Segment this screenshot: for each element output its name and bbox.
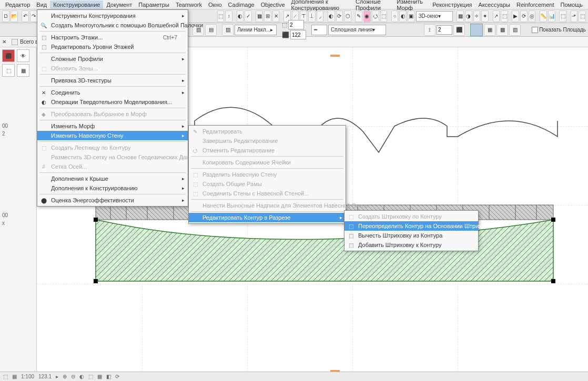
status-icon[interactable]: ⬚ <box>3 374 8 379</box>
nav-icon[interactable]: ⟳ <box>520 11 528 22</box>
tool-icon[interactable]: ⬡ <box>344 11 351 22</box>
nav-icon[interactable]: ✦ <box>481 11 489 22</box>
nav-icon[interactable]: ⬚ <box>559 11 566 22</box>
nav-icon[interactable]: ↗ <box>493 11 500 22</box>
linestyle-preview[interactable]: ━ <box>311 25 327 35</box>
tool-icon[interactable]: ▦ <box>256 11 263 22</box>
tool-icon[interactable]: ◞ <box>317 11 324 22</box>
status-icon[interactable]: ⊕ <box>63 374 67 379</box>
status-icon[interactable]: ◐ <box>79 374 84 379</box>
status-icon[interactable]: ▦ <box>97 374 102 379</box>
menu-item[interactable]: ⬚Добавить Штриховку к Контуру <box>344 240 478 250</box>
tool-icon[interactable]: ✓ <box>245 11 252 22</box>
menu-item[interactable]: Инструменты Конструирования▸ <box>37 11 188 20</box>
tool-icon[interactable]: ⭯ <box>372 11 379 22</box>
menu-item[interactable]: Изменить Морф▸ <box>37 121 188 131</box>
menu-item[interactable]: Objective <box>258 1 288 9</box>
nav-icon[interactable]: ⬚ <box>501 11 508 22</box>
menu-item[interactable]: Редактор <box>2 1 33 9</box>
menu-item[interactable]: Редактировать Контур в Разрезе▸ <box>189 213 346 222</box>
submenu-arrow-icon: ▸ <box>182 186 185 191</box>
measure-icon[interactable]: 📏 <box>540 11 547 22</box>
layer-color-icon[interactable]: ⬛ <box>2 49 15 62</box>
menu-item[interactable]: Reinforcement <box>513 1 557 9</box>
nav-icon[interactable]: ✧ <box>473 11 481 22</box>
tool-icon[interactable]: ⟳ <box>336 11 343 22</box>
tool-icon[interactable]: ◐ <box>328 11 335 22</box>
menu-item[interactable]: Окно <box>205 1 225 9</box>
mode-btn-1[interactable] <box>470 24 483 36</box>
nav-icon[interactable]: 📊 <box>548 11 555 22</box>
tool-icon[interactable]: ↕ <box>225 11 232 22</box>
pen-top-field[interactable] <box>288 20 304 29</box>
menu-item-active[interactable]: Конструирование <box>50 1 103 9</box>
menu-item[interactable]: Вид <box>33 1 50 9</box>
tool-icon[interactable]: ○ <box>391 11 399 22</box>
menu-item[interactable]: Помощь <box>557 1 586 9</box>
undo-icon[interactable]: ↶ <box>22 11 29 22</box>
linetype-dropdown[interactable]: Линии Накл... ▸ <box>235 25 277 35</box>
menu-item[interactable]: ⬚Вычесть Штриховку из Контура <box>344 231 478 240</box>
zoom-level[interactable]: 1:100 <box>21 374 34 379</box>
tool-icon[interactable]: ✕ <box>272 11 280 22</box>
tool-icon[interactable]: ◐ <box>399 11 407 22</box>
nav-icon[interactable]: ◎ <box>529 11 536 22</box>
menu-item[interactable]: Дополнения к Крыше▸ <box>37 174 188 183</box>
nav-icon[interactable]: ▦ <box>457 11 464 22</box>
tool-icon[interactable]: ⬚ <box>380 11 388 22</box>
color-tool-icon[interactable]: ◉ <box>363 11 371 22</box>
angle-field[interactable] <box>437 25 452 35</box>
tool-icon[interactable]: ⟘ <box>308 11 316 22</box>
close-tab-icon[interactable]: ✕ <box>2 39 6 45</box>
pattern-icon[interactable]: ▨ <box>222 24 234 36</box>
menu-item[interactable]: Сложные Профили▸ <box>37 54 188 64</box>
menu-item[interactable]: ⬚Редактировать Уровни Этажей <box>37 42 188 52</box>
angle-icon[interactable]: ⟟ <box>424 24 435 36</box>
nav-icon[interactable]: ⬚ <box>579 11 586 22</box>
status-icon[interactable]: ⬚ <box>88 374 93 379</box>
menu-item[interactable]: Привязка 3D-текстуры▸ <box>37 76 188 85</box>
new-icon[interactable]: 🗋 <box>2 11 9 22</box>
status-icon[interactable]: ◧ <box>106 374 111 379</box>
linestyle-dropdown[interactable]: Сплошная линия ▾ <box>328 25 386 35</box>
menu-item[interactable]: ✕Соединить▸ <box>37 88 188 97</box>
mode-btn-2[interactable]: ▦ <box>484 24 495 36</box>
menu-item[interactable]: Cadimage <box>225 1 258 9</box>
play-icon[interactable]: ▶ <box>512 11 519 22</box>
menu-item[interactable]: Аксессуары <box>475 1 513 9</box>
3d-tool-icon[interactable]: ▣ <box>408 11 415 22</box>
pen-bottom-field[interactable] <box>290 30 306 39</box>
angle-color-icon[interactable]: ⬛ <box>453 24 465 36</box>
tool-slot[interactable]: ▦ <box>17 64 29 77</box>
tool-icon[interactable]: ⊞ <box>264 11 271 22</box>
menu-item[interactable]: Документ <box>103 1 135 9</box>
mode-btn-4[interactable]: ▧ <box>509 24 521 36</box>
menu-item[interactable]: Параметры <box>135 1 173 9</box>
menu-item[interactable]: ⬤Оценка Энергоэффективности▸ <box>37 195 188 205</box>
show-area-checkbox[interactable]: Показать Площадь <box>532 27 586 33</box>
mode-btn-3[interactable]: ▩ <box>496 24 508 36</box>
menu-item[interactable]: ⬚Переопределить Контур на Основании Штри… <box>344 221 478 231</box>
menu-item[interactable]: Дополнения к Конструированию▸ <box>37 183 188 193</box>
menu-item[interactable]: 🔍Создать Многоугольник с помощью Волшебн… <box>37 20 188 30</box>
tool-slot[interactable]: ⬚ <box>2 64 15 77</box>
tool-icon[interactable]: ✎ <box>355 11 362 22</box>
open-icon[interactable]: 📂 <box>11 11 18 22</box>
tool-icon[interactable]: ◐ <box>237 11 244 22</box>
status-icon[interactable]: ⟳ <box>115 374 119 379</box>
eye-icon[interactable]: 👁 <box>17 49 29 62</box>
menu-item[interactable]: ◐Операции Твердотельного Моделирования..… <box>37 97 188 107</box>
menu-item[interactable]: Teamwork <box>173 1 205 9</box>
status-icon[interactable]: ⊖ <box>71 374 75 379</box>
3d-view-dropdown[interactable]: 3D-окно ▾ <box>416 11 453 22</box>
option-icon[interactable]: ▤ <box>205 24 217 36</box>
menu-item[interactable]: Реконструкция <box>429 1 475 9</box>
menu-item[interactable]: ⬚Настроить Этажи...Ctrl+7 <box>37 33 188 42</box>
menu-item[interactable]: Изменить Навесную Стену▸ <box>37 131 188 140</box>
tool-icon[interactable]: ⬚ <box>217 11 225 22</box>
redo-icon[interactable]: ↷ <box>30 11 37 22</box>
nav-icon[interactable]: ◑ <box>465 11 472 22</box>
status-icon[interactable]: ▦ <box>12 374 17 379</box>
svg-rect-24 <box>551 279 555 283</box>
nav-icon[interactable]: ⬏ <box>571 11 578 22</box>
